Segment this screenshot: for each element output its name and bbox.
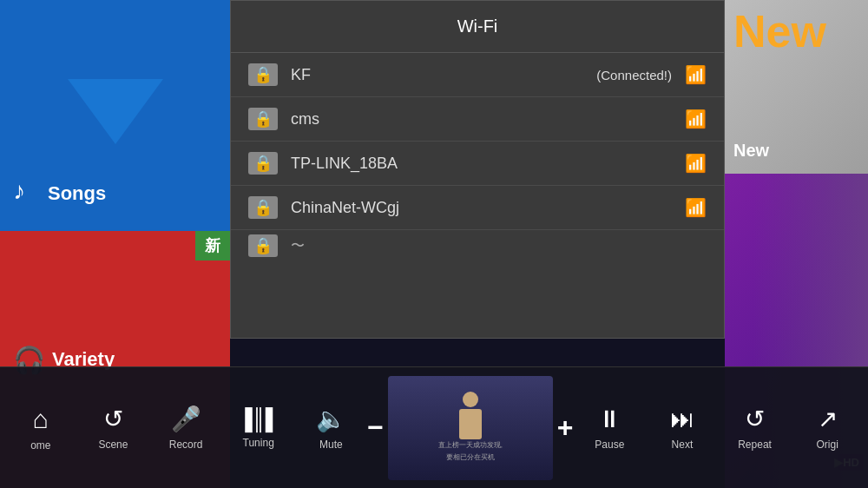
music-icon: ♪ xyxy=(13,177,25,205)
mute-button[interactable]: 🔈 Mute xyxy=(295,400,368,455)
connected-badge-kf: (Connected!) xyxy=(596,68,672,82)
mute-label: Mute xyxy=(319,439,343,451)
record-button[interactable]: 🎤 Record xyxy=(149,400,222,455)
player-container: − 直上榜一天成功发现, 要相已分在买机 + xyxy=(367,376,573,480)
performer-head xyxy=(463,392,478,407)
wifi-network-list: 🔒 KF (Connected!) 📶 🔒 cms 📶 🔒 TP-LINK_18… xyxy=(231,53,724,261)
tile-songs[interactable]: ♪ Songs xyxy=(0,0,230,231)
network-name-chinanet: ChinaNet-WCgj xyxy=(291,199,685,217)
repeat-button[interactable]: ↺ Repeat xyxy=(719,400,792,455)
lock-icon-chinanet: 🔒 xyxy=(248,196,278,219)
wifi-signal-partial: 〜 xyxy=(291,237,305,255)
origin-button[interactable]: ↗ Origi xyxy=(791,400,864,455)
origin-icon: ↗ xyxy=(818,405,838,433)
wifi-signal-chinanet: 📶 xyxy=(685,197,707,218)
pause-label: Pause xyxy=(595,439,624,451)
origin-label: Origi xyxy=(817,439,838,451)
tuning-label: Tuning xyxy=(243,437,274,449)
volume-down-button[interactable]: − xyxy=(367,412,384,444)
wifi-item-cms[interactable]: 🔒 cms 📶 xyxy=(231,97,724,142)
lock-icon-kf: 🔒 xyxy=(248,63,278,86)
volume-up-button[interactable]: + xyxy=(557,412,574,444)
wifi-item-kf[interactable]: 🔒 KF (Connected!) 📶 xyxy=(231,53,724,97)
bottom-bar: ⌂ ome ↺ Scene 🎤 Record ▐║▌ Tuning 🔈 Mute… xyxy=(0,366,868,488)
center-player: 直上榜一天成功发现, 要相已分在买机 xyxy=(388,376,553,480)
next-icon: ⏭ xyxy=(670,405,694,433)
network-name-tplink: TP-LINK_18BA xyxy=(291,155,685,173)
performer-silhouette xyxy=(459,392,482,439)
network-name-kf: KF xyxy=(291,66,596,84)
player-subtitle-line1: 直上榜一天成功发现, xyxy=(434,439,507,452)
next-button[interactable]: ⏭ Next xyxy=(646,400,719,455)
scene-label: Scene xyxy=(98,439,128,451)
wifi-signal-cms: 📶 xyxy=(685,109,707,129)
wifi-item-chinanet[interactable]: 🔒 ChinaNet-WCgj 📶 xyxy=(231,186,724,230)
microphone-icon: 🎤 xyxy=(171,405,201,433)
wifi-item-tplink[interactable]: 🔒 TP-LINK_18BA 📶 xyxy=(231,142,724,186)
lock-icon-partial: 🔒 xyxy=(248,234,278,257)
network-name-cms: cms xyxy=(291,110,685,129)
tuning-button[interactable]: ▐║▌ Tuning xyxy=(222,403,295,453)
new-label-small: New xyxy=(733,141,769,161)
wifi-item-partial[interactable]: 🔒 〜 xyxy=(231,230,724,261)
lock-icon-tplink: 🔒 xyxy=(248,152,278,175)
triangle-decoration xyxy=(68,79,163,144)
repeat-icon: ↺ xyxy=(745,405,765,433)
tuning-icon: ▐║▌ xyxy=(238,407,279,432)
mute-icon: 🔈 xyxy=(316,405,346,433)
new-label-big: N xyxy=(733,9,766,54)
record-label: Record xyxy=(169,439,203,451)
repeat-label: Repeat xyxy=(738,439,772,451)
player-content: 直上榜一天成功发现, 要相已分在买机 xyxy=(388,376,553,480)
performer-body xyxy=(459,409,482,439)
scene-icon: ↺ xyxy=(103,405,123,433)
home-icon: ⌂ xyxy=(33,405,49,434)
new-badge: 新 xyxy=(195,231,230,260)
wifi-signal-tplink: 📶 xyxy=(685,153,707,174)
home-button[interactable]: ⌂ ome xyxy=(4,400,77,456)
next-label: Next xyxy=(672,439,694,451)
songs-label: Songs xyxy=(48,182,106,205)
new-label-rest: ew xyxy=(766,9,826,54)
pause-button[interactable]: ⏸ Pause xyxy=(574,400,647,455)
home-label: ome xyxy=(30,439,50,452)
wifi-panel: Wi-Fi 🔒 KF (Connected!) 📶 🔒 cms 📶 🔒 TP-L… xyxy=(230,0,725,339)
pause-icon: ⏸ xyxy=(597,405,621,433)
wifi-signal-kf: 📶 xyxy=(685,64,707,85)
lock-icon-cms: 🔒 xyxy=(248,108,278,130)
player-subtitle-line2: 要相已分在买机 xyxy=(442,452,499,464)
tile-new[interactable]: New New xyxy=(725,0,868,174)
wifi-title: Wi-Fi xyxy=(231,1,724,53)
scene-button[interactable]: ↺ Scene xyxy=(77,400,150,455)
